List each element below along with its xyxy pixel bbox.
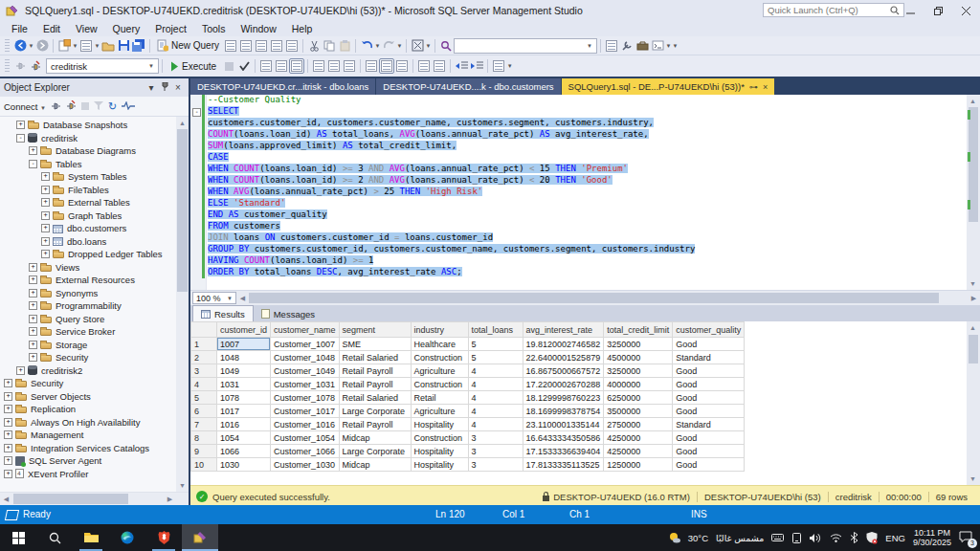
expander-icon[interactable]: + [29, 276, 37, 284]
tree-item-external-resources[interactable]: +External Resources [0, 274, 189, 287]
code-line[interactable]: END AS customer_quality [208, 209, 967, 221]
code-line[interactable]: customers.customer_id, customers.custome… [208, 118, 967, 129]
tree-item-replication[interactable]: +Replication [0, 403, 189, 416]
menu-window[interactable]: Window [233, 21, 283, 36]
decrease-indent-icon[interactable] [454, 58, 469, 74]
grid-cell[interactable]: 4250000 [604, 431, 673, 445]
grid-cell[interactable]: Retail Salaried [339, 351, 411, 364]
expander-icon[interactable]: + [16, 366, 25, 375]
increase-indent-icon[interactable] [469, 58, 484, 74]
grid-cell[interactable]: 17.2200002670288 [523, 378, 604, 391]
sqlcmd-mode-icon[interactable] [491, 58, 506, 74]
quick-launch-input[interactable]: Quick Launch (Ctrl+Q) [763, 3, 904, 17]
expander-icon[interactable]: + [4, 392, 12, 401]
grid-cell[interactable]: Construction [411, 378, 468, 391]
grid-cell[interactable]: 3250000 [604, 364, 673, 378]
notification-center-button[interactable]: 3 [959, 531, 972, 544]
menu-view[interactable]: View [68, 21, 105, 36]
grid-cell[interactable]: Customer_1049 [271, 364, 340, 378]
grid-cell[interactable]: Good [673, 338, 745, 351]
column-header-avg-interest-rate[interactable]: avg_interest_rate [523, 322, 604, 338]
grid-cell[interactable]: Standard [673, 351, 745, 364]
expander-icon[interactable]: + [16, 121, 25, 129]
grid-cell[interactable]: Good [673, 364, 745, 378]
row-number[interactable]: 5 [191, 391, 217, 405]
tree-item-dropped-ledger-tables[interactable]: +Dropped Ledger Tables [0, 248, 189, 261]
tree-item-programmability[interactable]: +Programmability [0, 299, 189, 313]
grid-cell[interactable]: 3 [468, 431, 523, 445]
tree-horizontal-scrollbar[interactable]: ◀ ▶ [0, 492, 189, 505]
tree-item-external-tables[interactable]: +External Tables [0, 196, 189, 209]
grid-cell[interactable]: Retail Payroll [339, 418, 411, 431]
tree-item-database-snapshots[interactable]: +Database Snapshots [0, 119, 189, 132]
column-header-customer-quality[interactable]: customer_quality [673, 322, 745, 338]
tree-item-security[interactable]: +Security [0, 351, 189, 364]
window-dropdown[interactable]: ▼ [665, 43, 672, 49]
grid-cell[interactable]: Retail [411, 391, 468, 405]
grid-cell[interactable]: 5 [468, 351, 523, 364]
new-query-button[interactable]: New Query [153, 37, 223, 55]
comment-icon[interactable] [416, 58, 432, 74]
navigate-back-icon[interactable] [12, 38, 28, 54]
selector-icon[interactable] [410, 38, 425, 54]
grid-cell[interactable]: 1054 [217, 431, 271, 445]
filter-icon[interactable] [94, 101, 103, 112]
grid-cell[interactable]: Large Corporate [339, 405, 411, 418]
grid-corner[interactable] [191, 322, 217, 338]
uncomment-icon[interactable] [432, 58, 447, 74]
tab-results[interactable]: Results [192, 305, 254, 321]
expander-icon[interactable]: + [41, 237, 50, 246]
sql-editor[interactable]: - --Customer QualitySELECTcustomers.cust… [190, 95, 980, 290]
properties-window-icon[interactable] [604, 38, 619, 54]
grid-cell[interactable]: Hospitality [411, 458, 468, 472]
restore-button[interactable] [924, 0, 952, 21]
tree-vertical-scrollbar[interactable]: ▲ ▼ [176, 117, 189, 492]
expander-icon[interactable]: + [4, 430, 12, 439]
expander-icon[interactable]: + [29, 146, 37, 155]
grid-cell[interactable]: Retail Salaried [339, 391, 411, 405]
grid-cell[interactable]: Construction [411, 351, 468, 364]
toolbar-grip[interactable] [5, 39, 10, 53]
tree-item-graph-tables[interactable]: +Graph Tables [0, 209, 189, 223]
network-icon[interactable] [830, 533, 842, 542]
parse-icon[interactable] [236, 58, 252, 74]
code-line[interactable]: GROUP BY customers.customer_id, customer… [208, 244, 967, 255]
tree-item-dbo-loans[interactable]: +dbo.loans [0, 235, 189, 249]
grid-cell[interactable]: 1078 [217, 391, 271, 405]
menu-tools[interactable]: Tools [194, 21, 234, 36]
connect-dropdown[interactable]: Connect ▼ [4, 101, 46, 112]
grid-cell[interactable]: Midcap [339, 458, 411, 472]
grid-cell[interactable]: Agriculture [411, 364, 468, 378]
expander-icon[interactable]: + [4, 379, 12, 387]
grid-cell[interactable]: 1066 [217, 445, 271, 458]
connect-icon[interactable] [51, 100, 61, 113]
tree-item-integration-services-catalogs[interactable]: +Integration Services Catalogs [0, 442, 189, 455]
grid-cell[interactable]: 22.6400001525879 [523, 351, 604, 364]
expander-icon[interactable]: + [41, 224, 50, 232]
pin-icon[interactable]: ⊶ [749, 82, 758, 92]
command-window-icon[interactable] [650, 38, 665, 54]
code-line[interactable]: --Customer Quality [208, 95, 967, 106]
code-line[interactable]: ELSE 'Standard' [208, 198, 967, 209]
new-dmx-query-icon[interactable] [238, 38, 254, 54]
taskbar-search-button[interactable] [36, 524, 73, 551]
grid-cell[interactable]: 3 [468, 458, 523, 472]
disconnect-icon[interactable] [66, 100, 77, 113]
grid-cell[interactable]: 17.8133335113525 [523, 458, 604, 472]
zoom-level-combobox[interactable]: 100 % ▼ [192, 292, 236, 304]
device-icon[interactable] [791, 533, 802, 543]
keyboard-icon[interactable] [771, 533, 784, 542]
grid-cell[interactable]: Customer_1007 [271, 338, 340, 351]
grid-vertical-scrollbar[interactable]: ▲ ▼ [967, 321, 980, 485]
grid-cell[interactable]: 1030 [217, 458, 271, 472]
code-line[interactable]: WHEN COUNT(loans.loan_id) >= 2 AND AVG(l… [208, 175, 967, 187]
database-combobox[interactable]: creditrisk▼ [46, 58, 159, 74]
add-item-dropdown[interactable]: ▼ [94, 43, 100, 49]
grid-cell[interactable]: Construction [411, 431, 468, 445]
code-line[interactable]: WHEN AVG(loans.annual_rate_pct) > 25 THE… [208, 187, 967, 198]
toolbar-overflow[interactable]: ▼ [672, 43, 679, 49]
row-number[interactable]: 4 [191, 378, 217, 391]
new-dax-query-icon[interactable] [269, 38, 284, 54]
document-tab-sqlquery1-sql[interactable]: SQLQuery1.sql - DE...P-U74UEKD\hi (53))*… [562, 78, 775, 95]
file-explorer-button[interactable] [73, 524, 109, 551]
